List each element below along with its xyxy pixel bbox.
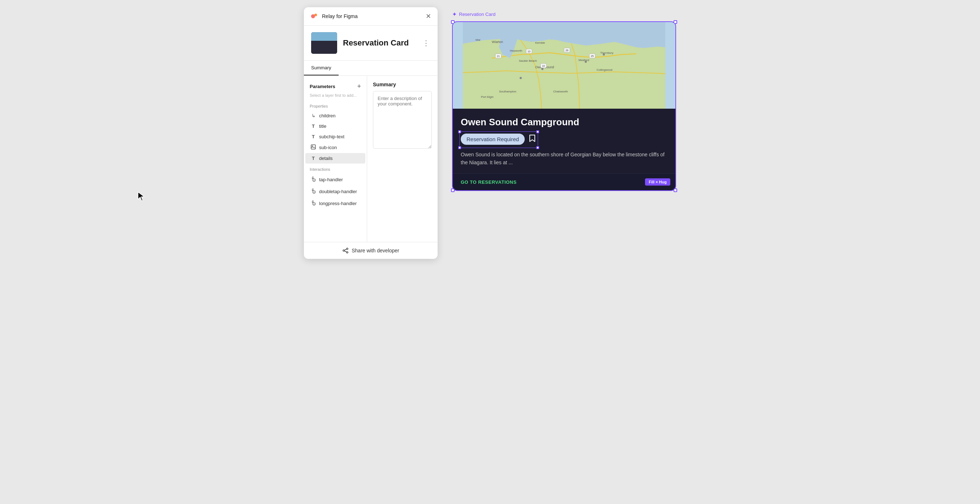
close-icon: ✕ [426, 12, 431, 20]
chip-handle-tr [536, 130, 539, 133]
svg-text:21: 21 [497, 55, 500, 57]
go-to-reservations: GO TO RESERVATIONS [461, 179, 517, 185]
text-icon-title: T [310, 124, 316, 129]
chip-handle-bl [458, 146, 461, 149]
svg-text:Sauble Beach: Sauble Beach [519, 59, 537, 62]
share-icon [342, 247, 349, 254]
param-label-details: details [319, 155, 333, 161]
interactions-label: Interactions [304, 163, 367, 174]
cursor-overlay [137, 191, 146, 204]
param-item-sub-icon[interactable]: sub-icon [305, 142, 365, 153]
parameter-sidebar: Parameters + Select a layer first to add… [304, 76, 367, 242]
card-body: Owen Sound Campground Reservation Requir… [453, 109, 675, 173]
panel-header: Relay for Figma ✕ [304, 7, 438, 25]
hint-text: Select a layer first to add... [304, 93, 367, 100]
svg-text:Mar: Mar [476, 38, 480, 41]
svg-text:Thornbury: Thornbury [600, 51, 613, 54]
text-icon-subchip: T [310, 134, 316, 139]
param-label-doubletap: doubletap-handler [319, 189, 357, 194]
svg-text:25: 25 [591, 55, 594, 57]
panel-header-left: Relay for Figma [310, 12, 358, 20]
child-icon: ↳ [310, 113, 316, 119]
reservation-card: Owen Sound Meaford Southampton Thornbury… [453, 22, 675, 190]
param-item-title[interactable]: T title [305, 121, 365, 132]
svg-text:10: 10 [528, 50, 530, 53]
share-label: Share with developer [352, 248, 399, 254]
param-item-details[interactable]: T details [305, 153, 365, 163]
param-label-sub-icon: sub-icon [319, 145, 337, 150]
svg-point-5 [343, 250, 344, 251]
parameters-header: Parameters + [304, 81, 367, 93]
param-item-subchip-text[interactable]: T subchip-text [305, 132, 365, 142]
reservation-chip: Reservation Required [461, 133, 525, 145]
svg-text:Chatsworth: Chatsworth [553, 90, 568, 93]
right-panel: ✦ Reservation Card [452, 7, 676, 191]
panel-body: Parameters + Select a layer first to add… [304, 76, 438, 242]
param-item-tap-handler[interactable]: tap-handler [305, 174, 365, 185]
component-info: Reservation Card [311, 32, 409, 54]
bookmark-icon [529, 134, 536, 144]
figma-diamond-icon: ✦ [452, 11, 457, 18]
svg-point-1 [314, 14, 317, 16]
gesture-icon-longpress [310, 200, 316, 207]
param-label-children: children [319, 113, 336, 119]
text-icon-details: T [310, 155, 316, 161]
param-label-longpress: longpress-handler [319, 201, 357, 206]
svg-text:Meaford: Meaford [579, 59, 589, 62]
thumbnail-inner [311, 32, 337, 54]
svg-text:Southampton: Southampton [499, 90, 516, 93]
svg-point-6 [347, 252, 348, 253]
content-section-title: Summary [373, 82, 432, 87]
param-label-tap: tap-handler [319, 177, 343, 182]
fill-hug-badge: Fill × Hug [645, 178, 670, 185]
share-button[interactable]: Share with developer [342, 247, 399, 254]
parameters-title: Parameters [310, 84, 335, 89]
description-textarea[interactable] [373, 91, 432, 149]
card-campground-name: Owen Sound Campground [461, 117, 667, 128]
more-options-button[interactable]: ⋮ [422, 39, 430, 47]
svg-text:Collingwood: Collingwood [597, 68, 612, 71]
app-name: Relay for Figma [322, 13, 358, 19]
svg-text:Kemble: Kemble [535, 41, 545, 44]
svg-line-7 [344, 249, 347, 250]
svg-text:Wiarton: Wiarton [492, 40, 503, 44]
svg-point-4 [347, 248, 348, 249]
param-label-title: title [319, 124, 326, 129]
properties-label: Properties [304, 100, 367, 111]
gesture-icon-tap [310, 176, 316, 183]
param-item-doubletap-handler[interactable]: doubletap-handler [305, 185, 365, 198]
component-thumbnail [311, 32, 337, 54]
component-header: Reservation Card ⋮ [304, 25, 438, 61]
svg-text:26: 26 [566, 49, 568, 52]
param-label-subchip-text: subchip-text [319, 134, 344, 139]
map-svg: Owen Sound Meaford Southampton Thornbury… [453, 22, 675, 109]
chip-handle-tl [458, 130, 461, 133]
param-item-longpress-handler[interactable]: longpress-handler [305, 198, 365, 209]
card-chips-row: Reservation Required [461, 133, 667, 145]
component-name: Reservation Card [343, 38, 409, 48]
card-description: Owen Sound is located on the southern sh… [461, 151, 667, 173]
panel-footer: Share with developer [304, 242, 438, 259]
component-preview-label: Reservation Card [459, 11, 495, 17]
reservation-card-wrapper: Owen Sound Meaford Southampton Thornbury… [452, 21, 676, 191]
image-icon [310, 144, 316, 151]
param-item-children[interactable]: ↳ children [305, 111, 365, 121]
tab-summary[interactable]: Summary [304, 61, 339, 76]
close-button[interactable]: ✕ [426, 12, 431, 20]
svg-line-8 [344, 251, 347, 252]
gesture-icon-doubletap [310, 188, 316, 195]
svg-text:Port Elgin: Port Elgin [481, 95, 493, 98]
add-parameter-button[interactable]: + [357, 83, 361, 90]
param-content: Summary [367, 76, 438, 242]
svg-point-3 [312, 146, 313, 147]
svg-point-12 [520, 77, 522, 79]
left-panel: Relay for Figma ✕ Reservation Card ⋮ Sum… [304, 7, 438, 259]
card-footer: GO TO RESERVATIONS Fill × Hug [453, 173, 675, 190]
card-map: Owen Sound Meaford Southampton Thornbury… [453, 22, 675, 109]
svg-text:Hepworth: Hepworth [510, 49, 522, 52]
relay-logo-icon [310, 12, 318, 20]
chip-handle-br [536, 146, 539, 149]
component-label-row: ✦ Reservation Card [452, 11, 676, 18]
svg-text:10: 10 [542, 65, 545, 67]
tabs-row: Summary [304, 61, 438, 76]
